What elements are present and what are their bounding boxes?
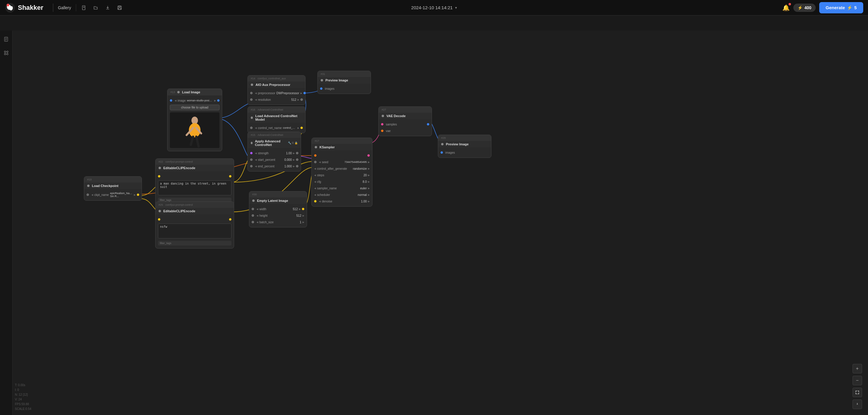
datetime-chevron: ▾: [455, 6, 457, 10]
clip1-ports-top: [156, 173, 234, 180]
credits-button[interactable]: ⚡ 400: [793, 4, 815, 12]
open-file-button[interactable]: [90, 4, 101, 12]
clip2-prompt-input[interactable]: nsfw: [158, 224, 231, 238]
checkpoint-header: #19: [84, 177, 142, 183]
svg-point-14: [4, 54, 6, 55]
preview29-in-port: [440, 151, 443, 154]
save-button[interactable]: [114, 4, 125, 12]
notification-badge: [788, 3, 791, 5]
width-out-port: [302, 208, 304, 210]
sidebar: [0, 31, 12, 415]
aio-body: ◀ preprocessor DWPreprocessor ▶ ◀ resolu…: [248, 88, 305, 105]
clip-encode-1-node: #22 comfyui-prompt-control EditableCLIPE…: [155, 158, 234, 205]
k-latent-port: [314, 200, 316, 202]
vae-header: #27: [379, 107, 432, 113]
node-dot: [321, 79, 323, 82]
node-dot: [159, 210, 161, 212]
k-model-port: [314, 154, 316, 157]
image-port-right: [217, 99, 220, 102]
image-port-left: [170, 99, 172, 102]
node-dot: [315, 146, 317, 148]
clip2-filter-tags[interactable]: [158, 241, 231, 246]
clip1-out-port: [229, 175, 231, 178]
preprocessor-port: [250, 92, 252, 94]
generate-button[interactable]: Generate ⚡ 5: [819, 2, 863, 13]
bolt-icon: ⚡: [798, 5, 803, 10]
k-latent-out-port: [367, 154, 370, 157]
ckpt-port-left: [87, 194, 89, 196]
clip2-ports-top: [156, 216, 234, 223]
node-dot: [87, 185, 90, 187]
aio-title-row: AIO Aux Preprocessor: [248, 82, 305, 88]
clip2-in-port: [158, 218, 160, 221]
navigate-button[interactable]: [852, 400, 862, 409]
end-port-right: [296, 165, 298, 167]
aio-preprocessor-header: #14 comfyui_controlnet_aux: [248, 75, 305, 82]
sidebar-menu-button[interactable]: [1, 34, 11, 45]
width-row: ◀ width 512 ▶: [249, 206, 307, 212]
apply-controlnet-node: #15 Advanced-ControlNet Apply Advanced C…: [247, 132, 301, 171]
load-controlnet-node: #16 Advanced-ControlNet Load Advanced Co…: [247, 106, 306, 133]
load-checkpoint-node: #19 Load Checkpoint ◀ ckpt_name epicReal…: [84, 176, 142, 201]
debug-i: I: 0: [15, 388, 31, 392]
canvas-controls: + −: [852, 364, 862, 409]
svg-point-13: [6, 51, 8, 53]
start-port-right: [296, 158, 298, 161]
open-folder-icon: [93, 5, 98, 10]
svg-marker-35: [857, 403, 858, 405]
clip-encode-2-node: #25 comfyui-prompt-control EditableCLIPE…: [155, 201, 234, 249]
vae-decode-node: #27 VAE Decode samples vae: [378, 106, 432, 136]
clip1-prompt-input[interactable]: a man dancing in the street, in green su…: [158, 181, 231, 195]
cn-port-right: [301, 127, 303, 129]
logo: Shakker: [5, 2, 43, 13]
preprocessor-row: ◀ preprocessor DWPreprocessor ▶: [248, 90, 305, 96]
notifications-button[interactable]: 🔔: [782, 4, 790, 11]
debug-scale: SCALE:0.54: [15, 407, 31, 411]
load-image-header: #13 Load Image: [167, 89, 222, 95]
cn-port-left: [250, 127, 252, 129]
person-figure: [170, 113, 220, 148]
load-image-body: ◀ image woman-studio-posing-medium-sh...…: [167, 95, 222, 151]
svg-rect-34: [859, 393, 859, 394]
new-file-button[interactable]: [79, 4, 89, 12]
document-icon: [4, 37, 9, 42]
sidebar-nodes-button[interactable]: [1, 48, 11, 59]
preview-image-31-node: #31 Preview Image images: [317, 71, 371, 94]
download-button[interactable]: [102, 4, 113, 12]
image-field-row: ◀ image woman-studio-posing-medium-sh...…: [167, 97, 222, 104]
ksampler-body: ◀ seed 734475448540495 ▶ ◀ control_after…: [312, 151, 372, 206]
node-canvas[interactable]: #13 Load Image ◀ image woman-studio-posi…: [12, 31, 868, 415]
vae-out-port: [427, 123, 429, 125]
apply-cn-header: #15 Advanced-ControlNet: [248, 132, 301, 138]
clip1-header: #22 comfyui-prompt-control: [156, 159, 234, 165]
start-row: ◀ start_percent 0.000 ▶: [248, 156, 301, 163]
strength-port-right: [296, 152, 298, 154]
zoom-in-button[interactable]: +: [852, 364, 862, 373]
debug-t: T: 0.00s: [15, 383, 31, 388]
choose-file-button[interactable]: choose file to upload: [170, 105, 220, 110]
clip1-body: a man dancing in the street, in green su…: [156, 171, 234, 205]
end-port-left: [250, 165, 252, 167]
node-dot: [251, 142, 252, 144]
preview-31-title: Preview Image: [318, 77, 371, 84]
node-dot: [382, 115, 384, 117]
node-status-dot: [177, 91, 180, 93]
nodes-container: #13 Load Image ◀ image woman-studio-posi…: [12, 31, 868, 415]
save-icon: [117, 5, 122, 10]
svg-rect-6: [119, 6, 121, 7]
zoom-out-button[interactable]: −: [852, 376, 862, 385]
datetime-display[interactable]: 2024-12-10 14:14:21 ▾: [411, 5, 457, 10]
resolution-row: ◀ resolution 512 ▶: [248, 96, 305, 103]
batch-port: [252, 221, 254, 223]
svg-point-12: [4, 51, 6, 53]
apply-cn-body: ◀ strength 1.00 ▶ ◀ start_percent 0.000 …: [248, 148, 301, 171]
gallery-label[interactable]: Gallery: [58, 5, 71, 10]
wires-layer: [12, 31, 868, 415]
debug-info: T: 0.00s I: 0 N: 12 [12] V: 24 FPS:59.88…: [15, 383, 31, 411]
svg-point-15: [6, 54, 8, 55]
generate-bolt-icon: ⚡: [847, 5, 852, 10]
node-dot: [251, 117, 253, 119]
controlnet-name-row: ◀ control_net_name control_v11p_sd15_ope…: [248, 125, 305, 131]
nodes-icon: [4, 50, 9, 56]
fit-view-button[interactable]: [852, 388, 862, 397]
